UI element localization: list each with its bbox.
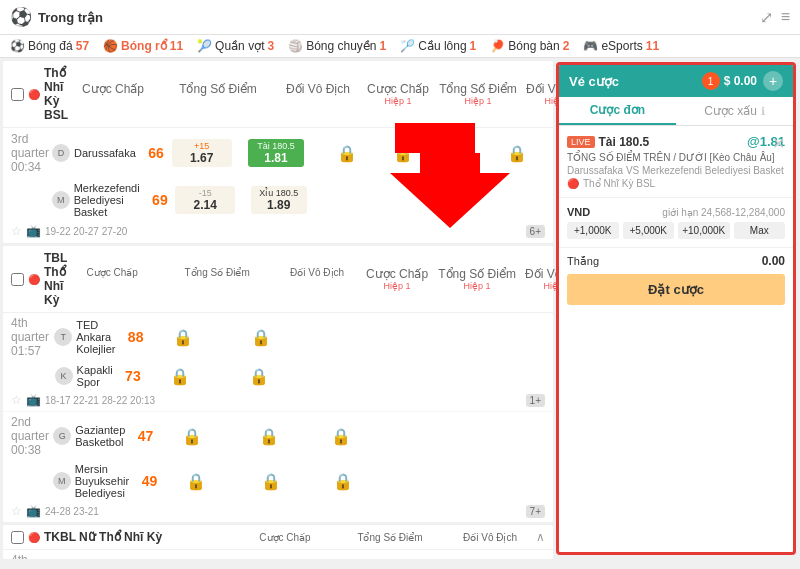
match2-star[interactable]: ☆	[11, 393, 22, 407]
sport-item-basketball[interactable]: 🏀 Bóng rổ 11	[103, 39, 183, 53]
match1-team1-odds[interactable]: +15 1.67	[172, 139, 232, 167]
win-row: Thắng 0.00	[559, 248, 793, 274]
match2-team1-lock2: 🔒	[251, 328, 271, 347]
currency-label: VND	[567, 206, 590, 218]
league3-collapse[interactable]: ∧	[536, 530, 545, 544]
match3-star[interactable]: ☆	[11, 504, 22, 518]
bet-slip-amount: $ 0.00	[724, 74, 757, 88]
league1-name: Thổ Nhĩ Kỳ BSL	[44, 66, 68, 122]
league3-flag: 🔴	[28, 532, 40, 543]
match3-scores: 24-28 23-21	[45, 506, 99, 517]
sport-item-tennis[interactable]: 🎾 Quần vợt 3	[197, 39, 274, 53]
volleyball-count: 1	[380, 39, 387, 53]
league3-checkbox[interactable]	[11, 531, 24, 544]
submit-bet-button[interactable]: Đặt cược	[567, 274, 785, 305]
match1-total-xiu[interactable]: Xỉu 180.5 1.89	[251, 186, 307, 214]
quick-btn-max[interactable]: Max	[734, 222, 786, 239]
sport-item-tabletennis[interactable]: 🏓 Bóng bàn 2	[490, 39, 569, 53]
info-icon: ℹ	[761, 105, 765, 118]
league1-flag: 🔴	[28, 89, 40, 100]
volleyball-icon: 🏐	[288, 39, 303, 53]
match2-team1-lock: 🔒	[173, 328, 193, 347]
tabletennis-icon: 🏓	[490, 39, 505, 53]
match1-scores: 19-22 20-27 27-20	[45, 226, 127, 237]
match3-team1: Gaziantep Basketbol	[75, 424, 125, 448]
league1-col-doivod: Đối Vô Địch	[278, 82, 358, 96]
match2-time: 01:57	[11, 344, 54, 358]
match3-quarter: 2nd quarter	[11, 415, 53, 443]
menu-icon[interactable]: ≡	[781, 8, 790, 27]
header-logo: ⚽	[10, 6, 32, 28]
match1-star[interactable]: ☆	[11, 224, 22, 238]
match2-quarter: 4th quarter	[11, 316, 54, 344]
sport-item-football[interactable]: ⚽ Bóng đá 57	[10, 39, 89, 53]
tab-cuoc-don[interactable]: Cược đơn	[559, 97, 676, 125]
league1-col-tongdiem: Tổng Số Điểm	[158, 82, 278, 96]
match1-tv[interactable]: 📺	[26, 224, 41, 238]
badminton-icon: 🏸	[400, 39, 415, 53]
match1-team1-lock: 🔒	[337, 144, 357, 163]
tennis-icon: 🎾	[197, 39, 212, 53]
header-title: Trong trận	[38, 10, 103, 25]
league2-col1: Cược Chấp	[67, 267, 157, 291]
badminton-count: 1	[470, 39, 477, 53]
league2-col3: Đối Vô Địch	[277, 267, 357, 291]
match1-total-tai[interactable]: Tài 180.5 1.81	[248, 139, 304, 167]
match1-more[interactable]: 6+	[526, 225, 545, 238]
match1-team2-odds[interactable]: -15 2.14	[175, 186, 235, 214]
match1-team1: Darussafaka	[74, 147, 136, 159]
live-badge: LIVE	[567, 136, 595, 148]
league-flag-icon: 🔴	[567, 178, 579, 189]
bet-slip: Vé cược 1 $ 0.00 + Cược đơn Cược xấu ℹ L…	[556, 62, 796, 555]
match-group-1: 3rd quarter 00:34 D Darussafaka 66 +15 1…	[3, 128, 553, 243]
league3-name: TKBL Nữ Thổ Nhĩ Kỳ	[44, 530, 162, 544]
league2-checkbox[interactable]	[11, 273, 24, 286]
match3-score1: 47	[125, 428, 153, 444]
esports-count: 11	[646, 39, 659, 53]
match1-team2: Merkezefendi Belediyesi Basket	[74, 182, 140, 218]
basketball-icon: 🏀	[103, 39, 118, 53]
quick-btn-1k[interactable]: +1,000K	[567, 222, 619, 239]
match1-score2: 69	[140, 192, 168, 208]
league-block-1: 🔴 Thổ Nhĩ Kỳ BSL Cược Chấp Tổng Số Điểm …	[3, 61, 553, 243]
match3-time: 00:38	[11, 443, 53, 457]
remove-bet-button[interactable]: ✕	[772, 134, 785, 153]
sport-item-esports[interactable]: 🎮 eSports 11	[583, 39, 659, 53]
bet-selection: Tài 180.5	[599, 135, 744, 149]
match2-team2: Kapakli Spor	[77, 364, 113, 388]
match3-more[interactable]: 7+	[526, 505, 545, 518]
match-group-3: 2nd quarter 00:38 G Gaziantep Basketbol …	[3, 412, 553, 522]
match2-scores: 18-17 22-21 28-22 20:13	[45, 395, 155, 406]
match2-more[interactable]: 1+	[526, 394, 545, 407]
expand-icon[interactable]: ⤢	[760, 8, 773, 27]
bet-match: Darussafaka VS Merkezefendi Belediyesi B…	[567, 165, 785, 176]
sport-item-badminton[interactable]: 🏸 Cầu lông 1	[400, 39, 476, 53]
esports-icon: 🎮	[583, 39, 598, 53]
league-block-3: 🔴 TKBL Nữ Thổ Nhĩ Kỳ Cược Chấp Tổng Số Đ…	[3, 525, 553, 559]
sport-item-volleyball[interactable]: 🏐 Bóng chuyền 1	[288, 39, 386, 53]
bet-league: 🔴 Thổ Nhĩ Kỳ BSL	[567, 178, 785, 189]
bet-slip-header: Vé cược 1 $ 0.00 +	[559, 65, 793, 97]
content-area: 🔴 Thổ Nhĩ Kỳ BSL Cược Chấp Tổng Số Điểm …	[0, 58, 556, 559]
win-label: Thắng	[567, 255, 762, 268]
bet-slip-plus[interactable]: +	[763, 71, 783, 91]
match1-team1-lock2: 🔒	[393, 144, 413, 163]
tab-cuoc-xau[interactable]: Cược xấu ℹ	[676, 97, 793, 125]
match3-tv[interactable]: 📺	[26, 504, 41, 518]
quick-amounts: +1,000K +5,000K +10,000K Max	[567, 222, 785, 239]
match1-time: 00:34	[11, 160, 52, 174]
match-group-2: 4th quarter 01:57 T TED Ankara Kolejlier…	[3, 313, 553, 412]
match2-score1: 88	[115, 329, 143, 345]
tabletennis-count: 2	[563, 39, 570, 53]
match3-score2: 49	[129, 473, 157, 489]
league1-checkbox[interactable]	[11, 88, 24, 101]
quick-btn-5k[interactable]: +5,000K	[623, 222, 675, 239]
match4-quarter: 4th quarter	[11, 553, 69, 559]
match1-quarter: 3rd quarter	[11, 132, 52, 160]
bet-input-section: VND giới hạn 24,568-12,284,000 +1,000K +…	[559, 198, 793, 248]
match1-team1-lock3: 🔒	[450, 144, 470, 163]
match2-tv[interactable]: 📺	[26, 393, 41, 407]
league-block-2: 🔴 TBL Thổ Nhĩ Kỳ Cược Chấp Tổng Số Điểm …	[3, 246, 553, 522]
football-icon: ⚽	[10, 39, 25, 53]
quick-btn-10k[interactable]: +10,000K	[678, 222, 730, 239]
